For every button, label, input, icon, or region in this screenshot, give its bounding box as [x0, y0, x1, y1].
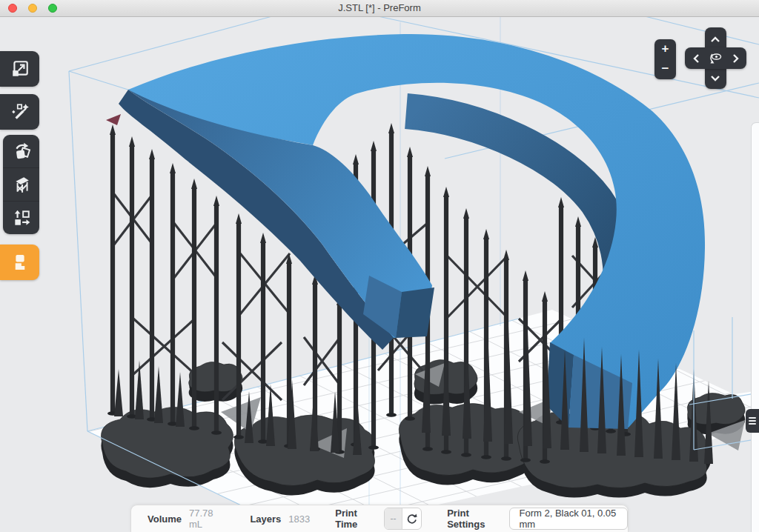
zoom-control: + − [654, 39, 676, 79]
supports-button[interactable] [3, 168, 39, 202]
refresh-button[interactable] [402, 508, 422, 529]
zoom-in-button[interactable]: + [654, 39, 676, 59]
right-panel-edge [751, 122, 759, 532]
zoom-out-button[interactable]: − [654, 59, 676, 79]
rotate-icon [12, 142, 31, 161]
volume-value: 77.78 mL [189, 508, 223, 530]
pan-up-button[interactable] [706, 30, 724, 48]
viewport-3d[interactable] [0, 0, 759, 532]
print-button[interactable] [0, 245, 39, 280]
orient-button[interactable] [3, 135, 39, 168]
orbit-eye-icon [707, 50, 723, 67]
layout-icon [12, 208, 31, 227]
size-button[interactable] [0, 51, 39, 87]
print-settings-selector[interactable]: Form 2, Black 01, 0.05 mm [509, 508, 628, 530]
menu-icon [746, 417, 759, 425]
window-title: J.STL [*] - PreForm [0, 2, 759, 13]
layers-label: Layers [250, 513, 281, 525]
print-settings-label: Print Settings [447, 508, 500, 530]
supports-icon [12, 175, 31, 194]
layout-button[interactable] [3, 202, 39, 234]
title-bar: J.STL [*] - PreForm [0, 0, 759, 17]
status-bar: Volume 77.78 mL Layers 1833 Print Time -… [130, 505, 629, 532]
chevron-right-icon [732, 53, 739, 64]
print-time-label: Print Time [335, 508, 375, 530]
pan-down-button[interactable] [706, 69, 724, 87]
orbit-view-button[interactable] [706, 50, 724, 67]
cartridge-icon [9, 251, 31, 273]
chevron-down-icon [710, 75, 720, 82]
chevron-left-icon [693, 53, 700, 64]
resize-icon [10, 59, 30, 79]
panel-toggle-button[interactable] [746, 409, 759, 433]
print-time-control[interactable]: -- [384, 508, 422, 530]
chevron-up-icon [710, 36, 720, 43]
magic-wand-icon [10, 102, 30, 122]
pan-left-button[interactable] [687, 50, 705, 67]
volume-label: Volume [148, 513, 182, 525]
refresh-icon [405, 513, 418, 525]
layers-value: 1833 [288, 513, 310, 525]
one-click-print-button[interactable] [0, 94, 39, 130]
tool-group [3, 135, 39, 234]
pan-right-button[interactable] [726, 50, 744, 67]
print-time-value: -- [385, 508, 402, 529]
